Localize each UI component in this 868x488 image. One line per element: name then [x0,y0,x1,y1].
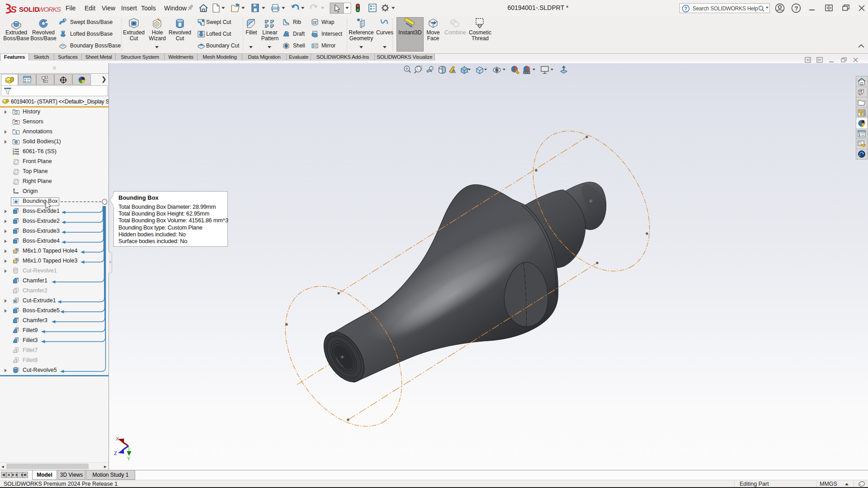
svg-text:S: S [10,4,17,14]
svg-text:A: A [452,69,456,74]
svg-text:?: ? [795,5,798,12]
svg-text:?: ? [684,6,688,11]
svg-text:Z: Z [114,450,117,456]
svg-text:SOLID: SOLID [19,5,39,13]
svg-text:WORKS: WORKS [38,6,61,13]
svg-text:cd: cd [313,21,316,24]
svg-text:X: X [116,436,119,441]
svg-text:Y: Y [127,456,131,461]
